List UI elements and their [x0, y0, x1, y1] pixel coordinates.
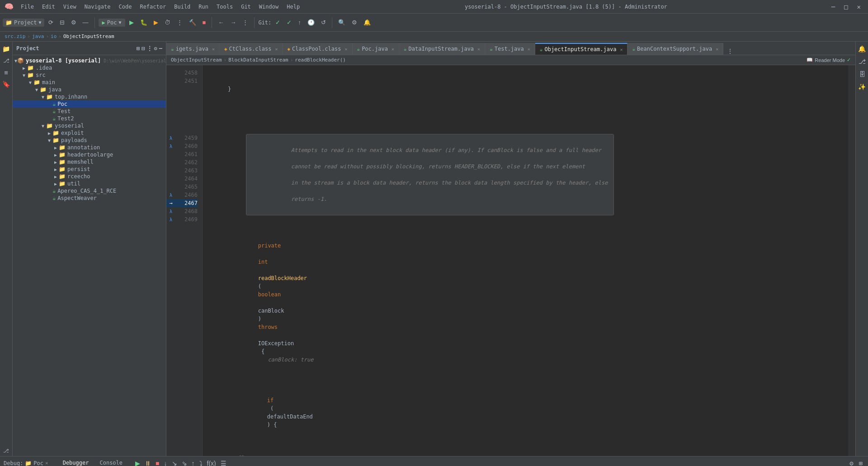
tab-datainputstream[interactable]: ☕ DataInputStream.java ✕ — [399, 43, 485, 55]
tree-exploit[interactable]: ▶ 📁 exploit — [13, 129, 166, 137]
profile-button[interactable]: ⏱ — [162, 18, 173, 27]
menu-edit[interactable]: Edit — [38, 3, 59, 11]
tab-objectinputstream[interactable]: ☕ ObjectInputStream.java ✕ — [535, 43, 628, 55]
tree-main[interactable]: ▼ 📁 main — [13, 79, 166, 86]
tab-close-icon[interactable]: ✕ — [528, 47, 530, 52]
ai-panel-icon[interactable]: ✨ — [857, 81, 868, 92]
search-button[interactable]: 🔍 — [336, 18, 348, 27]
menu-tools[interactable]: Tools — [213, 3, 236, 11]
close-button[interactable]: ✕ — [854, 2, 863, 11]
project-more-icon[interactable]: ⋮ — [147, 45, 152, 52]
code-content[interactable]: } Attempts to read in the next block dat… — [203, 65, 848, 456]
menu-window[interactable]: Window — [255, 3, 282, 11]
tab-ctclass[interactable]: ◈ CtClass.class ✕ — [220, 43, 283, 55]
tab-close-icon[interactable]: ✕ — [212, 47, 215, 52]
close-panel-button[interactable]: — — [80, 18, 91, 27]
editor-breadcrumb-bdis[interactable]: BlockDataInputStream — [228, 57, 288, 63]
tree-test2[interactable]: ☕ Test2 — [13, 115, 166, 122]
menu-view[interactable]: View — [60, 3, 80, 11]
tab-close-icon[interactable]: ✕ — [620, 47, 623, 52]
tree-root[interactable]: ▼ 📦 ysoserial-8 [ysoserial] D:\win\WebPe… — [13, 57, 166, 64]
tree-memshell[interactable]: ▶ 📁 memshell — [13, 158, 166, 166]
lambda-icon2[interactable]: λ — [167, 144, 175, 149]
stop-button[interactable]: ■ — [200, 18, 208, 27]
menu-code[interactable]: Code — [115, 3, 136, 11]
tab-close-icon[interactable]: ✕ — [275, 47, 278, 52]
editor-breadcrumb-ois[interactable]: ObjectInputStream — [171, 57, 222, 63]
menu-git[interactable]: Git — [237, 3, 255, 11]
step-into-button[interactable]: ↘ — [170, 459, 179, 466]
frames-list-button[interactable]: ☰ — [219, 459, 228, 466]
debug-button[interactable]: 🐛 — [138, 18, 150, 27]
tab-classpool[interactable]: ◈ ClassPool.class ✕ — [283, 43, 352, 55]
tree-payloads[interactable]: ▼ 📁 payloads — [13, 137, 166, 144]
tab-close-icon[interactable]: ✕ — [344, 47, 347, 52]
git-history-button[interactable]: 🕐 — [305, 18, 317, 27]
menu-build[interactable]: Build — [170, 3, 194, 11]
bookmarks-icon[interactable]: 🔖 — [1, 79, 12, 90]
minimize-button[interactable]: ─ — [829, 2, 838, 11]
tree-util[interactable]: ▶ 📁 util — [13, 180, 166, 187]
editor-scrollbar[interactable] — [848, 65, 855, 456]
tab-close-icon[interactable]: ✕ — [392, 47, 394, 52]
project-view-dropdown[interactable]: 📁 Project ▼ — [3, 19, 44, 27]
notifications-button[interactable]: 🔔 — [361, 18, 373, 27]
menu-run[interactable]: Run — [195, 3, 212, 11]
evaluate-expression-button[interactable]: f(x) — [205, 459, 218, 466]
debug-restore-icon[interactable]: ⊞ — [857, 459, 864, 466]
lambda-icon[interactable]: λ — [167, 136, 175, 141]
breadcrumb-io[interactable]: io — [51, 33, 57, 39]
tree-idea[interactable]: ▶ 📁 .idea — [13, 64, 166, 71]
pause-button[interactable]: ⏸ — [143, 459, 153, 466]
tree-src[interactable]: ▼ 📁 src — [13, 71, 166, 79]
git-panel-icon[interactable]: ⎇ — [857, 56, 868, 67]
tree-rceecho[interactable]: ▶ 📁 rceecho — [13, 173, 166, 180]
git-rollback-button[interactable]: ↺ — [319, 18, 328, 27]
tree-apereo[interactable]: ☕ Apereo_CAS_4_1_RCE — [13, 187, 166, 195]
tab-igets[interactable]: ☕ igets.java ✕ — [166, 43, 220, 55]
tab-test[interactable]: ☕ Test.java ✕ — [485, 43, 535, 55]
tab-close-icon[interactable]: ✕ — [716, 47, 718, 52]
more-nav-button[interactable]: ⋮ — [240, 18, 250, 27]
git-icon[interactable]: ⎇ — [1, 445, 12, 456]
project-open-new-window-icon[interactable]: ⊞ — [137, 45, 140, 52]
tab-more-button[interactable]: ⋮ — [723, 48, 737, 55]
breadcrumb-java[interactable]: java — [32, 33, 44, 39]
tree-headertoolarge[interactable]: ▶ 📁 headertoolarge — [13, 151, 166, 158]
gutter-2467-current[interactable]: → — [166, 199, 175, 207]
project-settings-icon[interactable]: ⚙ — [154, 45, 157, 52]
run-to-cursor-button[interactable]: ⤵ — [198, 459, 204, 466]
tab-poc[interactable]: ☕ Poc.java ✕ — [353, 43, 399, 55]
structure-icon[interactable]: ≡ — [1, 67, 12, 78]
back-button[interactable]: ← — [216, 18, 226, 27]
tree-persist[interactable]: ▶ 📁 persist — [13, 166, 166, 173]
tab-beancontextsupport[interactable]: ☕ BeanContextSupport.java ✕ — [627, 43, 723, 55]
database-panel-icon[interactable]: 🗄 — [857, 69, 868, 80]
tree-test[interactable]: ☕ Test — [13, 108, 166, 115]
force-step-into-button[interactable]: ⇘ — [180, 459, 189, 466]
git-check2-button[interactable]: ✓ — [284, 18, 294, 27]
run-button[interactable]: ▶ — [127, 18, 136, 27]
notifications-panel-icon[interactable]: 🔔 — [857, 43, 868, 54]
tree-poc[interactable]: ☕ Poc — [13, 100, 166, 108]
menu-refactor[interactable]: Refactor — [136, 3, 170, 11]
tree-ysoserial[interactable]: ▼ 📁 ysoserial — [13, 122, 166, 129]
lambda-icon3[interactable]: λ — [167, 193, 175, 198]
settings-button[interactable]: ⚙ — [69, 18, 79, 27]
build-button[interactable]: 🔨 — [187, 18, 198, 27]
menu-file[interactable]: File — [17, 3, 38, 11]
lambda-icon5[interactable]: λ — [167, 217, 175, 222]
run-with-coverage-button[interactable]: ▶ — [151, 18, 160, 27]
project-layout-icon[interactable]: ⊟ — [142, 45, 145, 52]
lambda-icon4[interactable]: λ — [167, 209, 175, 214]
settings2-button[interactable]: ⚙ — [349, 18, 359, 27]
menu-help[interactable]: Help — [283, 3, 303, 11]
commit-icon[interactable]: ⎇ — [1, 55, 12, 66]
git-check-button[interactable]: ✓ — [273, 18, 283, 27]
collapse-all-button[interactable]: ⊟ — [57, 18, 67, 27]
tab-debugger[interactable]: Debugger — [57, 458, 94, 466]
project-close-icon[interactable]: — — [159, 45, 162, 52]
tree-aspectweaver[interactable]: ☕ AspectWeaver — [13, 195, 166, 202]
forward-button[interactable]: → — [228, 18, 238, 27]
step-out-button[interactable]: ↑ — [190, 459, 197, 466]
